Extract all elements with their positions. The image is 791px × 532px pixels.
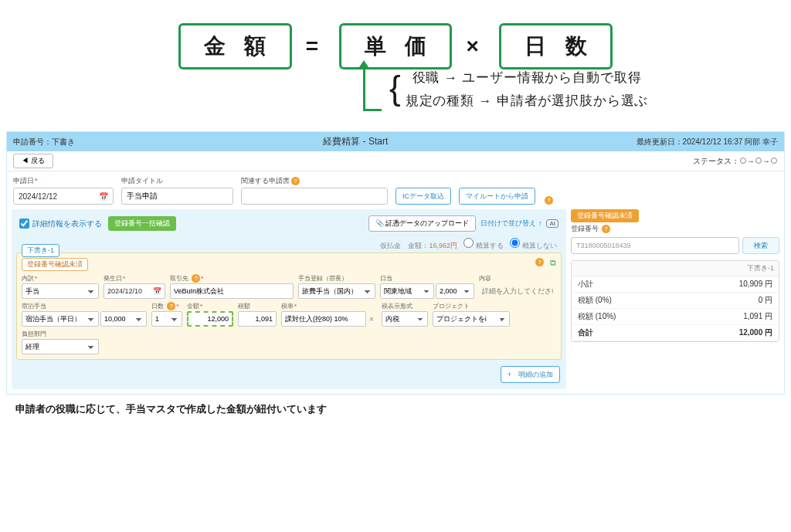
supplier-input[interactable]	[170, 283, 294, 299]
annotation-line-2: 規定の種類 → 申請者が選択肢から選ぶ	[406, 90, 649, 113]
dept-select[interactable]: 経理	[22, 339, 99, 354]
last-updated: 最終更新日：2024/12/12 16:37 阿部 幸子	[637, 137, 778, 147]
unchecked-badge: 登録番号確認未済	[22, 258, 88, 271]
app-number: 申請番号：下書き	[13, 137, 75, 147]
clip-icon: 📎	[375, 219, 384, 227]
supplier-label: 取引先 ?	[170, 274, 294, 283]
search-button[interactable]: 検索	[742, 237, 779, 254]
summary-header: 下書き-1	[572, 261, 779, 276]
footnote-text: 申請者の役職に応じて、手当マスタで作成した金額が紐付いています	[0, 395, 791, 424]
title-label: 申請タイトル	[121, 176, 233, 186]
help-icon[interactable]: ?	[167, 302, 175, 310]
formula-diagram: 金 額 = 単 価 × 日 数 { 役職 → ユーザー情報から自動で取得 規定の…	[0, 0, 791, 120]
summary-total: 合計12,000 円	[572, 325, 779, 341]
summary-card: 下書き-1 小計10,909 円 税額 (0%)0 円 税額 (10%)1,09…	[571, 260, 779, 342]
project-select[interactable]: プロジェクトをi	[433, 311, 510, 327]
help-icon[interactable]: ?	[602, 225, 610, 233]
taxrate-label: 税率	[281, 302, 377, 310]
breakdown-label: 内訳	[22, 274, 99, 283]
settle-yes[interactable]: 精算する	[463, 242, 504, 249]
summary-row: 小計10,909 円	[572, 276, 779, 293]
amount-label: 金額	[187, 302, 233, 310]
breakdown-select[interactable]: 手当	[22, 283, 99, 299]
nav-row: ◀ 戻る ステータス：→→	[7, 151, 784, 171]
perdiem-label: 日当	[380, 274, 474, 283]
days-select[interactable]: 1	[151, 311, 182, 327]
formula-days: 日 数	[499, 23, 613, 69]
settle-no[interactable]: 精算しない	[510, 242, 557, 249]
expense-line-card: 下書き-1 登録番号確認未済 ? ⧉ 内訳手当 発生日2024/12/10📅 取…	[16, 252, 562, 360]
upload-button[interactable]: 📎 証憑データのアップロード	[368, 215, 477, 232]
allowance-label: 手当登録（宿長）	[298, 274, 375, 283]
card-tab[interactable]: 下書き-1	[22, 244, 59, 257]
formula-unit: 単 価	[339, 23, 453, 69]
show-detail-toggle[interactable]: 詳細情報を表示する	[19, 219, 102, 229]
date-input[interactable]: 2024/12/12📅	[13, 188, 114, 205]
brace-icon: {	[389, 65, 401, 113]
stay-select[interactable]: 宿泊手当（平日）	[22, 311, 99, 327]
related-label: 関連する申請書?	[241, 176, 388, 186]
back-button[interactable]: ◀ 戻る	[13, 154, 53, 168]
calendar-icon[interactable]: 📅	[153, 287, 161, 295]
dept-label: 負担部門	[22, 330, 99, 338]
balance-row: 仮払金 金額：16,962円 精算する 精算しない	[16, 236, 562, 252]
occur-date-label: 発生日	[104, 274, 165, 283]
sort-link[interactable]: 日付けで並び替え ↑	[480, 219, 541, 229]
stay-label: 宿泊手当	[22, 302, 147, 310]
related-input[interactable]	[241, 188, 388, 205]
tax-label: 税額	[238, 302, 277, 310]
status-indicator: ステータス：→→	[693, 156, 778, 167]
title-input[interactable]	[121, 188, 233, 205]
occur-date-input[interactable]: 2024/12/10📅	[104, 283, 165, 299]
help-icon[interactable]: ?	[192, 274, 200, 283]
project-label: プロジェクト	[433, 302, 510, 310]
summary-panel: 登録番号確認未済 登録番号? 検索 下書き-1 小計10,909 円 税額 (0…	[571, 209, 779, 389]
myroute-button[interactable]: マイルートから申請	[459, 188, 535, 205]
amount-input[interactable]	[187, 311, 233, 327]
top-bar: 申請番号：下書き 経費精算 - Start 最終更新日：2024/12/12 1…	[7, 132, 784, 151]
taxdisp-label: 税表示形式	[382, 302, 428, 310]
copy-icon[interactable]: ⧉	[550, 258, 556, 268]
help-icon[interactable]: ?	[545, 196, 553, 205]
taxrate-input[interactable]	[281, 311, 366, 327]
allowance-select[interactable]: 旅費手当（国内）	[298, 283, 375, 299]
formula-amount: 金 額	[178, 23, 292, 69]
tax-input[interactable]	[238, 311, 277, 327]
perdiem-amt-select[interactable]: 2,000	[436, 283, 474, 299]
taxdisp-select[interactable]: 内税	[382, 311, 428, 327]
reg-status-badge: 登録番号確認未済	[571, 209, 639, 222]
clear-icon[interactable]: ×	[366, 315, 377, 324]
reg-number-input[interactable]	[571, 237, 739, 254]
ai-icon[interactable]: AI	[546, 219, 558, 228]
stay-amt-select[interactable]: 10,000	[100, 311, 147, 327]
form-header: 申請日 2024/12/12📅 申請タイトル 関連する申請書? ICデータ取込 …	[7, 171, 784, 209]
perdiem-select[interactable]: 関東地域	[380, 283, 434, 299]
annotation-arrow-icon	[363, 65, 382, 111]
content-label: 内容	[479, 274, 556, 283]
date-label: 申請日	[13, 176, 114, 186]
formula-eq: =	[306, 34, 325, 59]
expense-app: 申請番号：下書き 経費精算 - Start 最終更新日：2024/12/12 1…	[6, 131, 785, 395]
ic-import-button[interactable]: ICデータ取込	[396, 188, 451, 205]
batch-check-button[interactable]: 登録番号一括確認	[108, 216, 176, 231]
summary-row: 税額 (0%)0 円	[572, 293, 779, 309]
page-title: 経費精算 - Start	[323, 135, 388, 148]
annotation-line-1: 役職 → ユーザー情報から自動で取得	[406, 66, 649, 90]
reg-number-label: 登録番号?	[571, 224, 779, 234]
days-label: 日数 ?	[151, 302, 182, 310]
help-icon[interactable]: ?	[535, 258, 544, 266]
summary-row: 税額 (10%)1,091 円	[572, 309, 779, 325]
content-input[interactable]	[479, 283, 556, 299]
formula-mul: ×	[466, 34, 485, 59]
help-icon[interactable]: ?	[291, 177, 300, 185]
annotation-text: 役職 → ユーザー情報から自動で取得 規定の種類 → 申請者が選択肢から選ぶ	[406, 65, 649, 113]
detail-panel: 詳細情報を表示する 登録番号一括確認 📎 証憑データのアップロード 日付けで並び…	[12, 209, 566, 389]
calendar-icon[interactable]: 📅	[99, 192, 108, 201]
add-line-button[interactable]: + 明細の追加	[501, 366, 560, 383]
